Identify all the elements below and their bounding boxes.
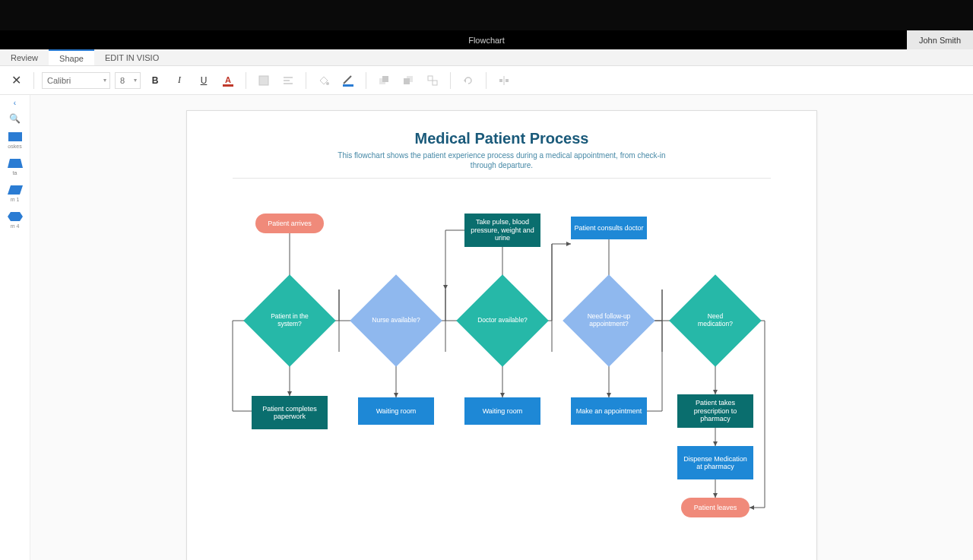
svg-rect-18: [8, 132, 22, 141]
svg-text:A: A: [225, 75, 231, 84]
chart-title: Medical Patient Process: [187, 130, 816, 147]
separator: [246, 72, 246, 89]
fill-icon[interactable]: [254, 71, 274, 90]
separator: [486, 72, 486, 89]
svg-marker-14: [464, 78, 466, 83]
italic-icon[interactable]: I: [170, 71, 189, 90]
node-decision-followup[interactable]: Need follow-up appointment?: [576, 288, 642, 353]
send-back-icon[interactable]: [398, 71, 418, 90]
shape-stencil-para[interactable]: m 1: [0, 180, 30, 207]
document-title: Flowchart: [468, 36, 505, 45]
flowchart-diagram: Patient arrives Patient in the system? P…: [187, 191, 816, 560]
bold-icon[interactable]: B: [145, 71, 165, 90]
svg-marker-19: [8, 159, 23, 168]
separator: [450, 72, 451, 89]
paint-bucket-icon[interactable]: [314, 71, 334, 90]
node-prescription[interactable]: Patient takes prescription to pharmacy: [677, 394, 753, 428]
node-decision-system[interactable]: Patient in the system?: [257, 288, 322, 353]
user-name: John Smith: [919, 36, 961, 45]
node-start[interactable]: Patient arrives: [255, 214, 324, 233]
chart-subtitle: This flowchart shows the patient experie…: [334, 150, 669, 170]
node-decision-doctor[interactable]: Doctor available?: [470, 288, 535, 353]
svg-rect-11: [404, 78, 410, 84]
font-select[interactable]: Calibri: [42, 72, 110, 89]
search-icon[interactable]: 🔍: [0, 110, 30, 127]
svg-rect-9: [382, 76, 388, 82]
svg-rect-1: [223, 84, 233, 87]
svg-rect-15: [499, 79, 502, 82]
rotate-icon[interactable]: [458, 71, 478, 90]
shape-stencil-trap[interactable]: ta: [0, 153, 30, 180]
node-waiting-2[interactable]: Waiting room: [464, 397, 540, 425]
shape-stencil-rect[interactable]: oskes: [0, 127, 30, 153]
svg-rect-16: [506, 79, 509, 82]
user-chip[interactable]: John Smith: [907, 30, 973, 49]
svg-rect-2: [259, 76, 268, 85]
node-end[interactable]: Patient leaves: [681, 498, 750, 517]
node-waiting-1[interactable]: Waiting room: [358, 397, 434, 425]
collapse-panel-icon[interactable]: ‹: [0, 95, 30, 110]
tab-edit-visio[interactable]: EDIT IN VISIO: [94, 49, 170, 65]
node-decision-nurse[interactable]: Nurse available?: [363, 288, 429, 353]
group-icon[interactable]: [423, 71, 442, 90]
tab-review[interactable]: Review: [0, 49, 49, 65]
svg-marker-20: [8, 185, 23, 195]
canvas[interactable]: Medical Patient Process This flowchart s…: [30, 95, 973, 560]
separator: [306, 72, 306, 89]
svg-rect-7: [343, 84, 353, 87]
svg-rect-13: [433, 81, 437, 85]
divider: [233, 178, 771, 179]
line-color-icon[interactable]: [338, 71, 358, 90]
svg-rect-12: [428, 76, 433, 81]
close-icon[interactable]: ✕: [6, 71, 26, 90]
separator: [366, 72, 366, 89]
node-dispense[interactable]: Dispense Medication at pharmacy: [677, 446, 753, 479]
tab-shape[interactable]: Shape: [49, 49, 94, 65]
node-consult[interactable]: Patient consults doctor: [571, 217, 647, 239]
shapes-panel: ‹ 🔍 oskes ta m 1 m 4: [0, 95, 30, 560]
toolbar: ✕ Calibri 8 B I U A: [0, 66, 973, 95]
underline-icon[interactable]: U: [194, 71, 214, 90]
node-appointment[interactable]: Make an appointment: [571, 397, 647, 425]
font-size-select[interactable]: 8: [115, 72, 141, 89]
separator: [33, 72, 34, 89]
ribbon-tabs: Review Shape EDIT IN VISIO: [0, 49, 973, 66]
arrange-icon[interactable]: [494, 71, 514, 90]
page: Medical Patient Process This flowchart s…: [186, 110, 817, 560]
node-take-pulse[interactable]: Take pulse, blood pressure, weight and u…: [464, 214, 540, 247]
align-icon[interactable]: [278, 71, 298, 90]
titlebar: Flowchart: [0, 30, 973, 49]
bring-front-icon[interactable]: [374, 71, 394, 90]
svg-point-6: [326, 82, 329, 85]
node-decision-medication[interactable]: Need medication?: [683, 288, 748, 353]
svg-marker-21: [8, 212, 23, 221]
font-color-icon[interactable]: A: [218, 71, 238, 90]
shape-stencil-hex[interactable]: m 4: [0, 207, 30, 233]
app-frame: Flowchart John Smith Review Shape EDIT I…: [0, 30, 973, 560]
node-paperwork[interactable]: Patient completes paperwork: [252, 396, 328, 429]
